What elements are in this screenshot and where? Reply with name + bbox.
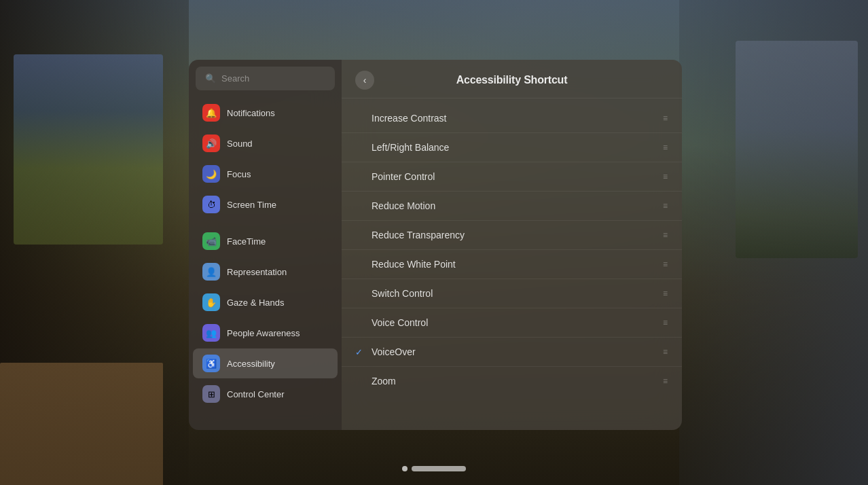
screen-time-label: Screen Time xyxy=(227,200,276,210)
control-center-icon: ⊞ xyxy=(202,385,220,403)
reduce-transparency-label-wrap: Reduce Transparency xyxy=(355,230,465,240)
sidebar: 🔍 Search 🔔Notifications🔊Sound🌙Focus⏱Scre… xyxy=(189,60,342,430)
increase-contrast-drag-handle[interactable]: ≡ xyxy=(663,113,668,123)
representation-label: Representation xyxy=(227,267,287,277)
voice-control-label-wrap: Voice Control xyxy=(355,317,428,328)
left-right-balance-drag-handle[interactable]: ≡ xyxy=(663,143,668,152)
list-item-switch-control[interactable]: Switch Control≡ xyxy=(342,279,682,308)
voice-control-drag-handle[interactable]: ≡ xyxy=(663,318,668,327)
voiceover-text: VoiceOver xyxy=(372,346,416,357)
facetime-icon: 📹 xyxy=(202,232,220,250)
accessibility-icon: ♿ xyxy=(202,355,220,372)
sidebar-item-gaze-hands[interactable]: ✋Gaze & Hands xyxy=(193,287,338,317)
list-item-increase-contrast[interactable]: Increase Contrast≡ xyxy=(342,104,682,133)
notifications-label: Notifications xyxy=(227,108,275,118)
list-item-voice-control[interactable]: Voice Control≡ xyxy=(342,308,682,338)
sidebar-item-notifications[interactable]: 🔔Notifications xyxy=(193,98,338,128)
sidebar-item-accessibility[interactable]: ♿Accessibility xyxy=(193,348,338,378)
switch-control-text: Switch Control xyxy=(372,288,433,299)
list-item-zoom[interactable]: Zoom≡ xyxy=(342,367,682,395)
zoom-label-wrap: Zoom xyxy=(355,376,396,387)
people-awareness-icon: 👥 xyxy=(202,324,220,342)
pagination-dot-1 xyxy=(402,466,408,471)
sidebar-item-facetime[interactable]: 📹FaceTime xyxy=(193,226,338,256)
list-item-reduce-white-point[interactable]: Reduce White Point≡ xyxy=(342,250,682,279)
painting-left xyxy=(14,54,163,245)
items-list: Increase Contrast≡Left/Right Balance≡Poi… xyxy=(342,98,682,430)
search-bar[interactable]: 🔍 Search xyxy=(196,67,335,90)
increase-contrast-text: Increase Contrast xyxy=(372,113,447,124)
left-right-balance-label-wrap: Left/Right Balance xyxy=(355,142,449,153)
sidebar-item-representation[interactable]: 👤Representation xyxy=(193,257,338,287)
reduce-white-point-text: Reduce White Point xyxy=(372,259,456,270)
switch-control-drag-handle[interactable]: ≡ xyxy=(663,289,668,298)
reduce-motion-drag-handle[interactable]: ≡ xyxy=(663,201,668,211)
sidebar-list: 🔔Notifications🔊Sound🌙Focus⏱Screen Time📹F… xyxy=(189,94,342,430)
search-placeholder: Search xyxy=(221,73,249,84)
back-button[interactable]: ‹ xyxy=(355,71,374,90)
gaze-hands-icon: ✋ xyxy=(202,293,220,311)
reduce-white-point-drag-handle[interactable]: ≡ xyxy=(663,259,668,269)
main-title: Accessibility Shortcut xyxy=(384,74,668,86)
list-item-pointer-control[interactable]: Pointer Control≡ xyxy=(342,162,682,192)
reduce-transparency-text: Reduce Transparency xyxy=(372,230,465,240)
reduce-motion-text: Reduce Motion xyxy=(372,200,435,211)
voice-control-text: Voice Control xyxy=(372,317,428,328)
screen-time-icon: ⏱ xyxy=(202,196,220,213)
control-center-label: Control Center xyxy=(227,389,285,399)
switch-control-label-wrap: Switch Control xyxy=(355,288,433,299)
gaze-hands-label: Gaze & Hands xyxy=(227,298,285,308)
pagination-dots xyxy=(402,466,466,471)
accessibility-label: Accessibility xyxy=(227,359,275,369)
pagination-bar xyxy=(412,466,466,471)
back-icon: ‹ xyxy=(363,75,367,86)
voiceover-drag-handle[interactable]: ≡ xyxy=(663,347,668,357)
sound-label: Sound xyxy=(227,139,253,149)
sidebar-item-sound[interactable]: 🔊Sound xyxy=(193,128,338,158)
ui-container: 🔍 Search 🔔Notifications🔊Sound🌙Focus⏱Scre… xyxy=(189,60,682,430)
cabinet xyxy=(0,363,163,485)
list-item-voiceover[interactable]: ✓VoiceOver≡ xyxy=(342,338,682,367)
voiceover-label-wrap: ✓VoiceOver xyxy=(355,346,416,357)
sidebar-item-control-center[interactable]: ⊞Control Center xyxy=(193,379,338,409)
sidebar-item-focus[interactable]: 🌙Focus xyxy=(193,159,338,189)
reduce-motion-label-wrap: Reduce Motion xyxy=(355,200,435,211)
sidebar-item-people-awareness[interactable]: 👥People Awareness xyxy=(193,318,338,348)
sidebar-item-screen-time[interactable]: ⏱Screen Time xyxy=(193,190,338,219)
pointer-control-text: Pointer Control xyxy=(372,171,435,182)
zoom-drag-handle[interactable]: ≡ xyxy=(663,376,668,386)
list-item-reduce-motion[interactable]: Reduce Motion≡ xyxy=(342,192,682,221)
list-item-reduce-transparency[interactable]: Reduce Transparency≡ xyxy=(342,221,682,250)
people-awareness-label: People Awareness xyxy=(227,328,300,338)
main-header: ‹ Accessibility Shortcut xyxy=(342,60,682,98)
list-item-left-right-balance[interactable]: Left/Right Balance≡ xyxy=(342,133,682,162)
notifications-icon: 🔔 xyxy=(202,104,220,122)
main-panel: ‹ Accessibility Shortcut Increase Contra… xyxy=(342,60,682,430)
reduce-white-point-label-wrap: Reduce White Point xyxy=(355,259,456,270)
search-icon: 🔍 xyxy=(205,73,216,84)
increase-contrast-label-wrap: Increase Contrast xyxy=(355,113,447,124)
focus-label: Focus xyxy=(227,169,251,179)
painting-right xyxy=(736,41,858,258)
facetime-label: FaceTime xyxy=(227,236,266,247)
representation-icon: 👤 xyxy=(202,263,220,281)
pointer-control-drag-handle[interactable]: ≡ xyxy=(663,172,668,181)
reduce-transparency-drag-handle[interactable]: ≡ xyxy=(663,230,668,240)
left-right-balance-text: Left/Right Balance xyxy=(372,142,449,153)
sound-icon: 🔊 xyxy=(202,134,220,152)
focus-icon: 🌙 xyxy=(202,165,220,183)
pointer-control-label-wrap: Pointer Control xyxy=(355,171,435,182)
voiceover-check: ✓ xyxy=(355,347,366,357)
zoom-text: Zoom xyxy=(372,376,396,387)
